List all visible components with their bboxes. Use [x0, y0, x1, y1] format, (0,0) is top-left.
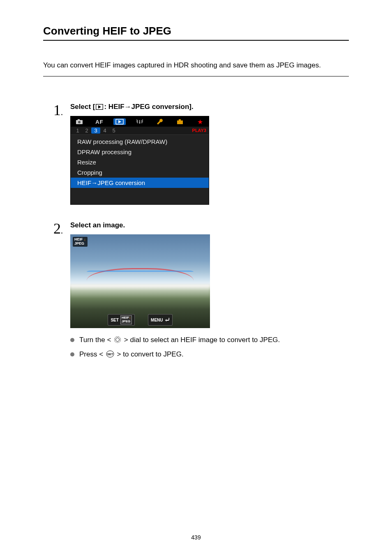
- page-number: 439: [0, 534, 392, 541]
- step-number: 1.: [43, 103, 63, 205]
- image-selection-screenshot: HEIF ↓ JPEG SET HEIF↓ JPEG MENU: [70, 234, 210, 328]
- wireless-icon: [134, 119, 146, 125]
- step-2-bullets: Turn the < > dial to select an HEIF imag…: [70, 335, 349, 360]
- svg-marker-1: [98, 105, 101, 109]
- step-2-heading: Select an image.: [70, 221, 349, 229]
- camera-menu-screenshot: AF ★ 1 2: [70, 116, 209, 205]
- bullet-icon: [70, 352, 74, 356]
- subtab-2: 2: [82, 127, 91, 134]
- step-2: 2. Select an image. HEIF ↓ JPEG SET HEIF…: [43, 221, 349, 364]
- heif-jpeg-badge: HEIF ↓ JPEG: [73, 237, 88, 247]
- svg-rect-8: [139, 120, 140, 123]
- menu-top-tabs: AF ★: [71, 116, 209, 127]
- star-icon: ★: [194, 118, 206, 126]
- menu-item-resize: Resize: [71, 157, 209, 167]
- menu-button-overlay: MENU: [148, 314, 172, 326]
- svg-rect-9: [177, 120, 183, 124]
- bullet-press-set: Press < SET > to convert to JPEG.: [70, 349, 349, 360]
- set-button-overlay: SET HEIF↓ JPEG: [108, 314, 135, 326]
- menu-item-raw: RAW processing (RAW/DPRAW): [71, 137, 209, 147]
- bullet-icon: [70, 338, 74, 342]
- svg-point-4: [78, 121, 81, 123]
- steps-list: 1. Select [ : HEIF→JPEG conversion].: [43, 103, 349, 364]
- step-1-heading: Select [ : HEIF→JPEG conversion].: [70, 103, 349, 111]
- step-number: 2.: [43, 221, 63, 364]
- down-arrow-icon: ↓: [84, 237, 86, 241]
- af-tab-label: AF: [93, 119, 106, 125]
- svg-text:SET: SET: [107, 352, 113, 356]
- wrench-icon: [154, 118, 166, 125]
- section-label: PLAY3: [192, 128, 206, 133]
- subtab-5: 5: [109, 127, 118, 134]
- set-button-icon: SET: [106, 350, 116, 358]
- svg-point-12: [116, 338, 120, 341]
- custom-icon: [174, 119, 186, 125]
- page-title: Converting HEIF to JPEG: [43, 25, 349, 41]
- quick-control-dial-icon: [114, 336, 123, 344]
- subtab-4: 4: [100, 127, 109, 134]
- svg-marker-6: [118, 120, 121, 123]
- subtab-3: 3: [91, 127, 100, 134]
- menu-item-cropping: Cropping: [71, 167, 209, 178]
- subtab-1: 1: [73, 127, 82, 134]
- menu-item-heif-jpeg: HEIF→JPEG conversion: [71, 178, 209, 188]
- menu-item-list: RAW processing (RAW/DPRAW) DPRAW process…: [71, 135, 209, 204]
- svg-point-11: [115, 336, 121, 342]
- camera-icon: [73, 119, 85, 125]
- bullet-turn-dial: Turn the < > dial to select an HEIF imag…: [70, 335, 349, 345]
- intro-text: You can convert HEIF images captured in …: [43, 60, 349, 76]
- playback-icon: [96, 104, 103, 110]
- menu-sub-tabs: 1 2 3 4 5 PLAY3: [71, 127, 209, 135]
- step-1: 1. Select [ : HEIF→JPEG conversion].: [43, 103, 349, 205]
- svg-rect-3: [78, 119, 80, 120]
- return-icon: [165, 317, 170, 322]
- menu-item-dpraw: DPRAW processing: [71, 147, 209, 157]
- playback-tab-icon: [113, 118, 126, 125]
- svg-rect-10: [179, 119, 181, 121]
- overlay-buttons: SET HEIF↓ JPEG MENU: [70, 314, 210, 326]
